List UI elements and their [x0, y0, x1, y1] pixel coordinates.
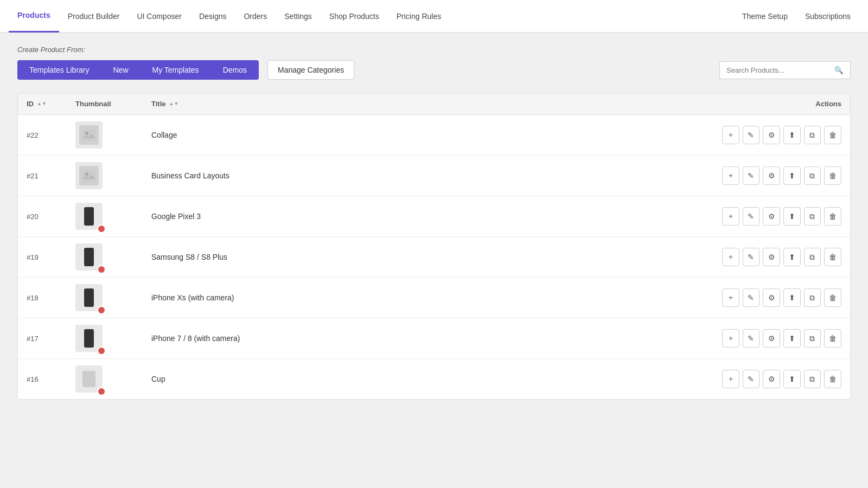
- search-button[interactable]: 🔍: [828, 61, 851, 79]
- delete-button[interactable]: 🗑: [824, 329, 841, 348]
- row-title: Samsung S8 / S8 Plus: [151, 253, 722, 261]
- col-header-title[interactable]: Title ▲▼: [151, 100, 722, 108]
- nav-subscriptions[interactable]: Subscriptions: [796, 0, 859, 33]
- row-actions: ＋ ✎ ⚙ ⬆ ⧉ 🗑: [722, 166, 841, 185]
- row-id: #19: [27, 253, 75, 261]
- settings-button[interactable]: ⚙: [763, 248, 780, 266]
- add-icon: ＋: [727, 130, 735, 140]
- id-sort-icon[interactable]: ▲▼: [37, 101, 47, 106]
- copy-button[interactable]: ⧉: [804, 370, 821, 388]
- settings-button[interactable]: ⚙: [763, 288, 780, 307]
- sliders-icon: ⚙: [768, 293, 775, 302]
- phone-thumbnail: [84, 207, 94, 226]
- edit-button[interactable]: ✎: [743, 248, 760, 266]
- thumbnail-image: [75, 325, 103, 352]
- settings-button[interactable]: ⚙: [763, 166, 780, 185]
- copy-button[interactable]: ⧉: [804, 329, 821, 348]
- upload-button[interactable]: ⬆: [783, 370, 801, 388]
- copy-button[interactable]: ⧉: [804, 248, 821, 266]
- nav-right: Theme Setup Subscriptions: [733, 0, 859, 33]
- trash-icon: 🗑: [829, 253, 837, 261]
- thumbnail-image: [75, 365, 103, 393]
- edit-button[interactable]: ✎: [743, 288, 760, 307]
- nav-theme-setup[interactable]: Theme Setup: [733, 0, 796, 33]
- svg-rect-2: [82, 170, 95, 181]
- status-badge: [97, 387, 106, 396]
- edit-icon: ✎: [748, 131, 754, 139]
- upload-button[interactable]: ⬆: [783, 248, 801, 266]
- nav-product-builder[interactable]: Product Builder: [59, 0, 129, 33]
- row-thumbnail: [75, 121, 151, 149]
- row-title: iPhone Xs (with camera): [151, 293, 722, 302]
- title-sort-icon[interactable]: ▲▼: [169, 101, 179, 106]
- copy-button[interactable]: ⧉: [804, 166, 821, 185]
- trash-icon: 🗑: [829, 212, 837, 221]
- nav-orders[interactable]: Orders: [235, 0, 276, 33]
- search-area: 🔍: [719, 61, 851, 79]
- copy-button[interactable]: ⧉: [804, 207, 821, 226]
- copy-button[interactable]: ⧉: [804, 126, 821, 144]
- search-input[interactable]: [719, 61, 828, 79]
- upload-button[interactable]: ⬆: [783, 329, 801, 348]
- nav-designs[interactable]: Designs: [190, 0, 235, 33]
- main-content: Create Product From: Templates Library N…: [0, 33, 868, 413]
- delete-button[interactable]: 🗑: [824, 370, 841, 388]
- upload-button[interactable]: ⬆: [783, 207, 801, 226]
- edit-button[interactable]: ✎: [743, 166, 760, 185]
- edit-icon: ✎: [748, 334, 754, 343]
- settings-button[interactable]: ⚙: [763, 370, 780, 388]
- row-id: #20: [27, 213, 75, 221]
- add-button[interactable]: ＋: [722, 207, 739, 226]
- edit-button[interactable]: ✎: [743, 126, 760, 144]
- add-button[interactable]: ＋: [722, 370, 739, 388]
- thumbnail-image: [75, 243, 103, 271]
- upload-button[interactable]: ⬆: [783, 166, 801, 185]
- nav-products[interactable]: Products: [9, 0, 59, 33]
- manage-categories-button[interactable]: Manage Categories: [267, 60, 354, 80]
- copy-icon: ⧉: [809, 253, 815, 262]
- add-button[interactable]: ＋: [722, 288, 739, 307]
- delete-button[interactable]: 🗑: [824, 166, 841, 185]
- nav-shop-products[interactable]: Shop Products: [321, 0, 388, 33]
- trash-icon: 🗑: [829, 171, 837, 180]
- status-badge: [97, 265, 106, 274]
- sliders-icon: ⚙: [768, 171, 775, 180]
- edit-button[interactable]: ✎: [743, 329, 760, 348]
- phone-thumbnail: [84, 248, 94, 266]
- table-row: #20 Google Pixel 3 ＋ ✎ ⚙ ⬆ ⧉ 🗑: [18, 196, 850, 237]
- upload-icon: ⬆: [789, 253, 795, 261]
- edit-button[interactable]: ✎: [743, 207, 760, 226]
- trash-icon: 🗑: [829, 131, 837, 139]
- add-button[interactable]: ＋: [722, 126, 739, 144]
- settings-button[interactable]: ⚙: [763, 329, 780, 348]
- row-actions: ＋ ✎ ⚙ ⬆ ⧉ 🗑: [722, 248, 841, 266]
- delete-button[interactable]: 🗑: [824, 207, 841, 226]
- add-button[interactable]: ＋: [722, 329, 739, 348]
- tab-new[interactable]: New: [101, 60, 141, 80]
- tab-my-templates[interactable]: My Templates: [141, 60, 211, 80]
- upload-button[interactable]: ⬆: [783, 126, 801, 144]
- add-button[interactable]: ＋: [722, 166, 739, 185]
- delete-button[interactable]: 🗑: [824, 248, 841, 266]
- edit-button[interactable]: ✎: [743, 370, 760, 388]
- add-button[interactable]: ＋: [722, 248, 739, 266]
- settings-button[interactable]: ⚙: [763, 126, 780, 144]
- row-id: #17: [27, 335, 75, 343]
- delete-button[interactable]: 🗑: [824, 126, 841, 144]
- nav-pricing-rules[interactable]: Pricing Rules: [388, 0, 450, 33]
- settings-button[interactable]: ⚙: [763, 207, 780, 226]
- nav-ui-composer[interactable]: UI Composer: [128, 0, 190, 33]
- delete-button[interactable]: 🗑: [824, 288, 841, 307]
- col-header-id[interactable]: ID ▲▼: [27, 100, 75, 108]
- tab-templates-library[interactable]: Templates Library: [17, 60, 101, 80]
- tab-demos[interactable]: Demos: [211, 60, 259, 80]
- table-row: #16 Cup ＋ ✎ ⚙ ⬆ ⧉ 🗑: [18, 359, 850, 399]
- nav-settings[interactable]: Settings: [276, 0, 321, 33]
- add-icon: ＋: [727, 374, 735, 384]
- copy-button[interactable]: ⧉: [804, 288, 821, 307]
- status-badge: [97, 306, 106, 314]
- tab-row: Templates Library New My Templates Demos…: [17, 60, 851, 80]
- row-thumbnail: [75, 243, 151, 271]
- trash-icon: 🗑: [829, 293, 837, 302]
- upload-button[interactable]: ⬆: [783, 288, 801, 307]
